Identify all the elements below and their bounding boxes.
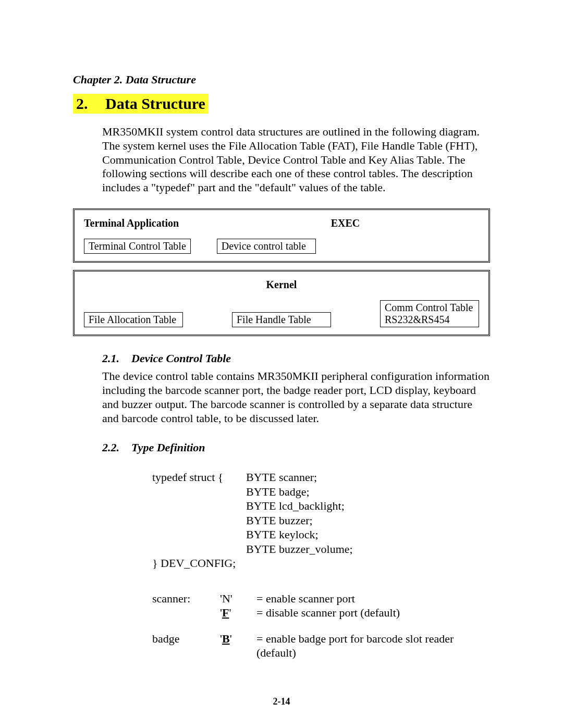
- typedef-row: BYTE keylock;: [152, 527, 358, 542]
- document-page: Chapter 2. Data Structure 2.Data Structu…: [0, 0, 563, 728]
- structure-diagram: Terminal Application EXEC Terminal Contr…: [73, 208, 490, 336]
- chapter-title: 2.Data Structure: [73, 94, 209, 114]
- def-desc: = enable scanner port: [256, 591, 490, 606]
- section-title: Type Definition: [131, 441, 205, 454]
- typedef-member: BYTE buzzer_volume;: [246, 542, 358, 557]
- typedef-close: } DEV_CONFIG;: [152, 556, 358, 571]
- def-field: scanner:: [152, 591, 220, 606]
- definition-row: 'F' = disable scanner port (default): [152, 606, 490, 620]
- def-code: 'N': [220, 591, 256, 606]
- comm-line1: Comm Control Table: [385, 302, 473, 313]
- chapter-title-text: Data Structure: [105, 95, 205, 112]
- diagram-box-kernel: Kernel File Allocation Table File Handle…: [73, 270, 490, 336]
- diagram-cell: File Handle Table: [232, 312, 331, 327]
- section-2-1-paragraph: The device control table contains MR350M…: [102, 369, 490, 425]
- def-field: [152, 606, 220, 620]
- def-code: 'F': [220, 606, 256, 620]
- typedef-row: BYTE buzzer;: [152, 513, 358, 528]
- box1-header-right: EXEC: [331, 217, 479, 229]
- def-desc: = enable badge port for barcode slot rea…: [256, 632, 490, 660]
- diagram-cell: Device control table: [217, 239, 316, 254]
- box1-header-left: Terminal Application: [84, 217, 331, 229]
- section-title: Device Control Table: [131, 352, 231, 365]
- section-heading-2-2: 2.2.Type Definition: [102, 441, 490, 454]
- typedef-row: } DEV_CONFIG;: [152, 556, 358, 571]
- typedef-table: typedef struct { BYTE scanner; BYTE badg…: [152, 470, 358, 571]
- typedef-row: BYTE badge;: [152, 485, 358, 499]
- typedef-member: BYTE buzzer;: [246, 513, 358, 528]
- typedef-member: BYTE scanner;: [246, 470, 358, 485]
- typedef-open: typedef struct {: [152, 470, 246, 485]
- typedef-member: BYTE lcd_backlight;: [246, 499, 358, 513]
- def-field: badge: [152, 632, 220, 660]
- typedef-row: BYTE lcd_backlight;: [152, 499, 358, 513]
- definition-row: scanner: 'N' = enable scanner port: [152, 591, 490, 606]
- diagram-cell: File Allocation Table: [84, 312, 183, 327]
- section-number: 2.1.: [102, 352, 131, 365]
- section-heading-2-1: 2.1.Device Control Table: [102, 352, 490, 365]
- diagram-cell-comm: Comm Control Table RS232&RS454: [380, 300, 479, 327]
- typedef-member: BYTE keylock;: [246, 527, 358, 542]
- definition-row: badge 'B' = enable badge port for barcod…: [152, 632, 490, 660]
- comm-line2: RS232&RS454: [385, 314, 449, 325]
- typedef-block: typedef struct { BYTE scanner; BYTE badg…: [152, 470, 490, 660]
- page-number: 2-14: [0, 696, 563, 707]
- diagram-box-application: Terminal Application EXEC Terminal Contr…: [73, 208, 490, 263]
- running-header: Chapter 2. Data Structure: [73, 73, 490, 87]
- typedef-row: typedef struct { BYTE scanner;: [152, 470, 358, 485]
- diagram-cell: Terminal Control Table: [84, 239, 191, 254]
- typedef-member: BYTE badge;: [246, 485, 358, 499]
- def-desc: = disable scanner port (default): [256, 606, 490, 620]
- section-number: 2.2.: [102, 441, 131, 454]
- definitions-table: scanner: 'N' = enable scanner port 'F' =…: [152, 591, 490, 660]
- typedef-row: BYTE buzzer_volume;: [152, 542, 358, 557]
- chapter-number: 2.: [76, 95, 105, 113]
- def-code: 'B': [220, 632, 256, 660]
- intro-paragraph: MR350MKII system control data structures…: [102, 125, 490, 195]
- box2-header-center: Kernel: [266, 279, 297, 291]
